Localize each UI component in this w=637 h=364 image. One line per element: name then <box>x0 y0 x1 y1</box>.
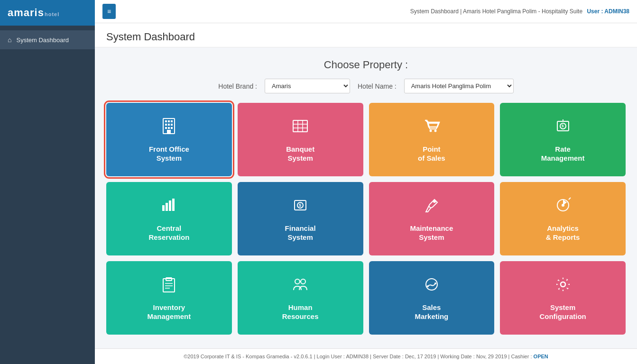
card-central-reservation[interactable]: CentralReservation <box>106 182 232 255</box>
choose-property-section: Choose Property : Hotel Brand : Amaris H… <box>106 59 626 93</box>
analytics-label: Analytics& Reports <box>546 224 580 242</box>
svg-text:$: $ <box>299 203 301 208</box>
sidebar: amarishotel ⌂ System Dashboard <box>0 0 95 364</box>
front-office-icon <box>159 117 178 140</box>
human-resources-label: HumanResources <box>282 303 319 321</box>
card-system-config[interactable]: SystemConfiguration <box>500 261 626 335</box>
svg-rect-8 <box>168 127 170 129</box>
hotel-name-select[interactable]: Amaris Hotel Panglima Polim <box>404 79 514 93</box>
svg-rect-4 <box>165 124 167 126</box>
system-config-icon <box>554 275 572 298</box>
svg-rect-5 <box>168 124 170 126</box>
svg-rect-9 <box>171 127 173 129</box>
inventory-icon <box>159 275 178 298</box>
svg-rect-10 <box>167 130 171 134</box>
svg-rect-6 <box>171 124 173 126</box>
analytics-icon <box>554 196 572 219</box>
sales-marketing-icon <box>422 275 441 298</box>
front-office-label: Front OfficeSystem <box>149 145 189 163</box>
home-icon: ⌂ <box>8 36 11 44</box>
point-of-sales-label: Pointof Sales <box>418 145 445 163</box>
sidebar-item-system-dashboard[interactable]: ⌂ System Dashboard <box>0 30 95 49</box>
hotel-name-label: Hotel Name : <box>358 82 397 90</box>
maintenance-label: MaintenanceSystem <box>410 224 453 242</box>
svg-point-39 <box>301 279 305 284</box>
topbar: ≡ System Dashboard | Amaris Hotel Pangli… <box>95 0 637 23</box>
page-title: System Dashboard <box>106 31 626 43</box>
card-maintenance[interactable]: MaintenanceSystem <box>369 182 495 255</box>
sidebar-item-label: System Dashboard <box>16 36 69 44</box>
maintenance-icon <box>422 196 441 219</box>
sales-marketing-label: SalesMarketing <box>415 303 448 321</box>
footer: ©2019 Corporate IT & IS - Kompas Gramedi… <box>95 348 637 364</box>
sidebar-logo: amarishotel <box>0 0 95 26</box>
content-area: Choose Property : Hotel Brand : Amaris H… <box>95 47 637 348</box>
svg-point-44 <box>561 282 565 287</box>
svg-rect-23 <box>166 203 168 211</box>
footer-text: ©2019 Corporate IT & IS - Kompas Gramedi… <box>184 354 532 359</box>
svg-point-40 <box>426 279 437 290</box>
svg-line-32 <box>569 198 571 200</box>
banquet-icon <box>291 117 310 140</box>
svg-point-17 <box>434 129 436 132</box>
svg-rect-7 <box>165 127 167 129</box>
menu-button[interactable]: ≡ <box>102 4 116 19</box>
logo-text: amarishotel <box>8 7 59 19</box>
card-inventory[interactable]: InventoryManagement <box>106 261 232 335</box>
svg-point-41 <box>427 285 429 287</box>
sidebar-nav: ⌂ System Dashboard <box>0 30 95 49</box>
financial-system-icon: $ <box>291 196 310 219</box>
card-rate-management[interactable]: $RateManagement <box>500 103 626 176</box>
hotel-brand-select[interactable]: Amaris <box>265 79 350 93</box>
property-selectors: Hotel Brand : Amaris Hotel Name : Amaris… <box>106 79 626 93</box>
card-point-of-sales[interactable]: Pointof Sales <box>369 103 495 176</box>
main-area: ≡ System Dashboard | Amaris Hotel Pangli… <box>95 0 637 364</box>
card-human-resources[interactable]: HumanResources <box>238 261 363 335</box>
svg-point-31 <box>562 204 564 207</box>
rate-management-label: RateManagement <box>541 145 585 163</box>
svg-rect-24 <box>169 200 171 211</box>
svg-rect-3 <box>171 120 173 122</box>
card-sales-marketing[interactable]: SalesMarketing <box>369 261 495 335</box>
banquet-label: BanquetSystem <box>286 145 314 163</box>
system-config-label: SystemConfiguration <box>539 303 586 321</box>
svg-point-16 <box>429 129 432 132</box>
hotel-brand-label: Hotel Brand : <box>218 82 257 90</box>
financial-system-label: FinancialSystem <box>285 224 316 242</box>
rate-management-icon: $ <box>554 117 572 140</box>
page-header: System Dashboard <box>95 23 637 47</box>
svg-rect-11 <box>293 120 307 132</box>
choose-property-heading: Choose Property : <box>106 59 626 71</box>
central-reservation-icon <box>159 196 178 219</box>
svg-point-29 <box>433 200 436 203</box>
point-of-sales-icon <box>422 117 441 140</box>
svg-rect-2 <box>168 120 170 122</box>
card-financial-system[interactable]: $FinancialSystem <box>238 182 363 255</box>
card-front-office[interactable]: Front OfficeSystem <box>106 103 232 176</box>
topbar-right: System Dashboard | Amaris Hotel Panglima… <box>410 8 629 15</box>
topbar-left: ≡ <box>102 4 121 19</box>
inventory-label: InventoryManagement <box>148 303 191 321</box>
card-analytics[interactable]: Analytics& Reports <box>500 182 626 255</box>
svg-point-38 <box>295 279 300 284</box>
svg-rect-25 <box>172 199 175 211</box>
footer-open-badge: OPEN <box>534 354 548 359</box>
card-banquet[interactable]: BanquetSystem <box>238 103 363 176</box>
svg-text:$: $ <box>562 124 564 128</box>
user-label: User : ADMIN38 <box>587 8 629 15</box>
central-reservation-label: CentralReservation <box>148 224 189 242</box>
svg-point-42 <box>434 282 436 284</box>
topbar-info: System Dashboard | Amaris Hotel Panglima… <box>410 8 582 15</box>
dashboard-grid: Front OfficeSystemBanquetSystemPointof S… <box>106 103 626 335</box>
human-resources-icon <box>291 275 310 298</box>
svg-rect-22 <box>162 205 165 211</box>
svg-rect-1 <box>165 120 167 122</box>
